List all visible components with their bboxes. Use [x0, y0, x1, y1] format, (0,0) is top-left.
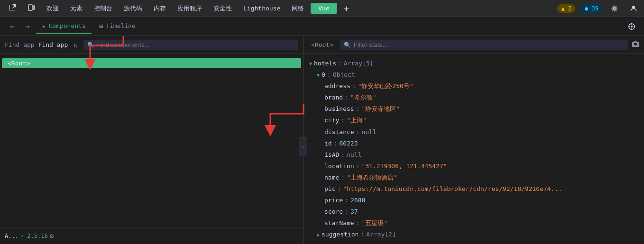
id-value: 60223: [339, 138, 358, 149]
warning-badge[interactable]: ▲ 2: [557, 4, 575, 13]
menu-icons: ▲ 2 ● 39: [557, 2, 640, 15]
svg-rect-0: [28, 5, 32, 10]
find-app-text: Find app: [38, 41, 68, 48]
inspect-icon-btn[interactable]: [4, 2, 21, 15]
find-app-label: Find app: [5, 41, 35, 48]
menu-security[interactable]: 安全性: [209, 2, 237, 15]
components-icon: ✦: [42, 22, 46, 30]
filter-state-box[interactable]: 🔍: [340, 40, 628, 50]
menu-network[interactable]: 网络: [287, 2, 309, 15]
right-toolbar: <Root> 🔍: [304, 36, 644, 54]
state-tree: ▼ hotels : Array[5] ▼ 0 : Object address…: [304, 54, 644, 244]
menu-memory[interactable]: 内存: [149, 2, 171, 15]
suggestion-expand-arrow[interactable]: ▶: [317, 231, 320, 239]
add-tab-button[interactable]: +: [339, 0, 354, 17]
isad-key: isAD: [324, 150, 339, 160]
svg-point-2: [632, 6, 635, 9]
name-key: name: [324, 172, 339, 183]
root-tag-label: <Root>: [8, 60, 30, 67]
starname-row[interactable]: starName : "五星级": [309, 217, 638, 229]
component-tree: <Root>: [0, 54, 303, 227]
item-0-expand-arrow[interactable]: ▼: [317, 71, 320, 79]
distance-row[interactable]: distance : null: [309, 127, 638, 138]
city-value: "上海": [347, 115, 367, 126]
name-value: "上海希尔顿酒店": [347, 172, 397, 183]
location-key: location: [324, 161, 354, 172]
starname-value: "五星级": [361, 218, 387, 228]
root-component-item[interactable]: <Root>: [2, 58, 301, 68]
pic-key: pic: [324, 184, 335, 194]
city-row[interactable]: city : "上海": [309, 115, 638, 126]
root-tag-button[interactable]: <Root>: [308, 40, 336, 49]
menu-application[interactable]: 应用程序: [173, 2, 207, 15]
menu-welcome[interactable]: 欢迎: [42, 2, 64, 15]
main-layout: Find app Find app ↻ 🔍 <Root> A...: [0, 36, 644, 244]
info-badge[interactable]: ● 39: [581, 4, 602, 13]
back-button[interactable]: ←: [6, 20, 19, 33]
menu-lighthouse[interactable]: Lighthouse: [239, 3, 285, 14]
forward-button[interactable]: →: [21, 20, 34, 33]
pic-row[interactable]: pic : "https://m.tuniucdn.com/filebroker…: [309, 183, 638, 195]
brand-row[interactable]: brand : "希尔顿": [309, 92, 638, 103]
find-components-search[interactable]: 🔍: [83, 40, 298, 50]
filter-search-icon: 🔍: [344, 42, 351, 48]
business-row[interactable]: business : "静安寺地区": [309, 103, 638, 115]
menu-bar: 欢迎 元素 控制台 源代码 内存 应用程序 安全性 Lighthouse 网络 …: [0, 0, 644, 17]
location-row[interactable]: location : "31.219306, 121.445427": [309, 161, 638, 172]
hotels-type: Array[5]: [344, 58, 374, 69]
distance-value: null: [361, 127, 376, 137]
business-value: "静安寺地区": [361, 104, 400, 114]
distance-key: distance: [324, 127, 354, 137]
isad-row[interactable]: isAD : null: [309, 149, 638, 161]
camera-icon[interactable]: [632, 40, 639, 49]
profile-icon[interactable]: [627, 2, 640, 15]
price-key: price: [324, 195, 343, 206]
app-short-label: A...: [5, 233, 18, 239]
address-key: address: [324, 81, 350, 91]
score-key: score: [324, 207, 343, 217]
settings-icon[interactable]: [608, 2, 621, 15]
filter-state-input[interactable]: [354, 41, 624, 48]
isad-value: null: [347, 150, 361, 160]
find-components-input[interactable]: [97, 41, 294, 48]
menu-sources[interactable]: 源代码: [119, 2, 147, 15]
address-row[interactable]: address : "静安华山路250号": [309, 81, 638, 92]
name-row[interactable]: name : "上海希尔顿酒店": [309, 172, 638, 183]
left-bottom-bar: A... ✓ 2.5.16 ⚙: [0, 227, 303, 244]
hotels-expand-arrow[interactable]: ▼: [309, 60, 312, 68]
app-info: A... ✓ 2.5.16 ⚙: [5, 232, 54, 240]
address-value: "静安华山路250号": [358, 81, 414, 91]
target-icon[interactable]: [625, 20, 638, 33]
price-row[interactable]: price : 2688: [309, 195, 638, 206]
tab-timeline[interactable]: ⊞ Timeline: [93, 19, 141, 34]
left-panel: Find app Find app ↻ 🔍 <Root> A...: [0, 36, 304, 244]
item-0-key: 0: [322, 70, 325, 80]
search-icon: 🔍: [87, 42, 94, 48]
menu-elements[interactable]: 元素: [65, 2, 87, 15]
suggestion-row[interactable]: ▶ suggestion : Array[2]: [309, 229, 638, 240]
settings-gear-icon[interactable]: ⚙: [50, 232, 54, 240]
svg-point-4: [631, 26, 633, 27]
timeline-icon: ⊞: [99, 22, 103, 30]
item-0-row[interactable]: ▼ 0 : Object: [309, 69, 638, 81]
version-label: ✓ 2.5.16: [20, 233, 48, 239]
menu-vue[interactable]: Vue: [311, 3, 337, 14]
hotels-row[interactable]: ▼ hotels : Array[5]: [309, 58, 638, 69]
score-row[interactable]: score : 37: [309, 206, 638, 217]
brand-value: "希尔顿": [350, 92, 377, 103]
id-row[interactable]: id : 60223: [309, 138, 638, 149]
price-value: 2688: [350, 195, 365, 206]
left-toolbar: Find app Find app ↻ 🔍: [0, 36, 303, 54]
city-key: city: [324, 115, 339, 126]
right-panel: <Root> 🔍 ▼ hotels : Array[5]: [304, 36, 644, 244]
hotels-key: hotels: [314, 58, 336, 69]
suggestion-key: suggestion: [322, 229, 359, 240]
refresh-button[interactable]: ↻: [72, 40, 79, 50]
brand-key: brand: [324, 92, 343, 103]
tab-components[interactable]: ✦ Components: [36, 19, 92, 34]
suggestion-type: Array[2]: [366, 229, 396, 240]
svg-rect-1: [33, 6, 35, 9]
device-icon-btn[interactable]: [23, 2, 40, 15]
menu-console[interactable]: 控制台: [89, 2, 117, 15]
panel-collapse-button[interactable]: ‹: [299, 137, 307, 156]
